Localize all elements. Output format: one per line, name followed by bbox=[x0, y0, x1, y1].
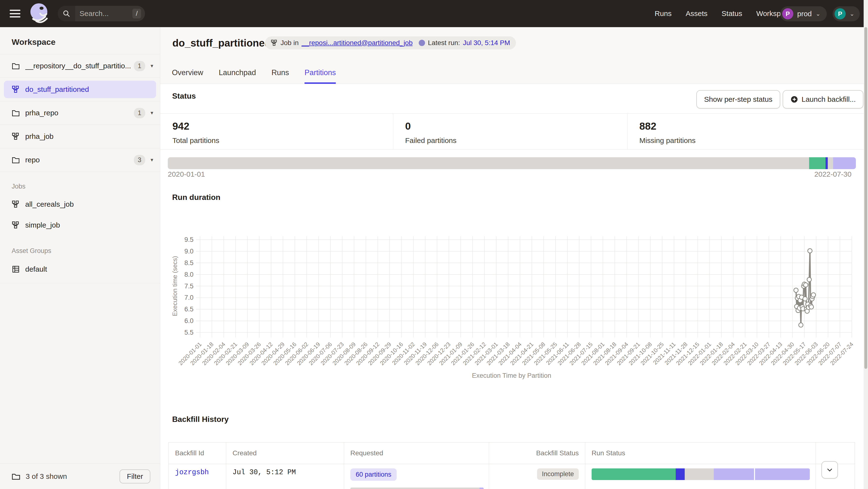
search-input[interactable]: Search... / bbox=[58, 6, 145, 21]
tab-runs[interactable]: Runs bbox=[272, 63, 289, 84]
column-header-requested[interactable]: Requested bbox=[344, 443, 489, 464]
hamburger-menu-icon[interactable] bbox=[10, 10, 20, 18]
scrollbar-thumb[interactable] bbox=[864, 27, 867, 369]
segment-success_green bbox=[592, 468, 676, 480]
sidebar-item-label: repo bbox=[25, 156, 134, 164]
sidebar-job-simple_job[interactable]: simple_job bbox=[0, 215, 160, 235]
sidebar-asset-group-default[interactable]: default bbox=[0, 259, 160, 280]
latest-run-link[interactable]: Jul 30, 5:14 PM bbox=[463, 39, 510, 47]
expand-row-button[interactable] bbox=[822, 461, 838, 479]
run-status-bar[interactable] bbox=[592, 468, 810, 480]
chart-tick-label: 8.0 bbox=[184, 271, 193, 278]
tab-overview[interactable]: Overview bbox=[172, 63, 203, 84]
asset-groups-section-label: Asset Groups bbox=[12, 247, 52, 255]
tab-launchpad[interactable]: Launchpad bbox=[219, 63, 256, 84]
sidebar-item-selected: do_stuff_partitioned bbox=[4, 81, 156, 98]
segment-run_indigo bbox=[676, 468, 685, 480]
plus-circle-icon bbox=[790, 95, 798, 103]
latest-run-tag: Latest run: Jul 30, 5:14 PM bbox=[413, 36, 516, 50]
backfill-row-requested-cell: 60 partitions2020-01-012022-07-30 bbox=[344, 464, 489, 489]
job-tabs: OverviewLaunchpadRunsPartitions bbox=[172, 63, 336, 84]
caret-down-icon[interactable]: ▾ bbox=[151, 110, 153, 116]
run-status-dot-icon bbox=[419, 40, 425, 46]
chart-tick-label: 7.0 bbox=[184, 294, 193, 301]
chart-data-point[interactable] bbox=[799, 323, 803, 327]
divider bbox=[393, 113, 393, 149]
chevron-down-icon: ⌄ bbox=[849, 10, 855, 17]
folder-icon bbox=[12, 156, 20, 164]
segment-queued bbox=[833, 157, 856, 169]
launch-backfill-button[interactable]: Launch backfill... bbox=[783, 90, 863, 108]
stat-value: 942 bbox=[173, 121, 393, 132]
deployment-switcher[interactable]: P prod ⌄ bbox=[780, 6, 827, 21]
chart-data-point[interactable] bbox=[804, 283, 808, 287]
sidebar-footer: 3 of 3 shown Filter bbox=[0, 463, 160, 489]
backfill-row-id-cell: jozrgsbh bbox=[169, 464, 226, 489]
nav-link-runs[interactable]: Runs bbox=[655, 9, 672, 18]
chart-data-point[interactable] bbox=[807, 278, 811, 282]
user-menu[interactable]: P ⌄ bbox=[833, 6, 860, 21]
column-header-run-status[interactable]: Run Status bbox=[585, 443, 816, 464]
dagster-logo-icon[interactable] bbox=[29, 2, 51, 25]
deployment-label: prod bbox=[797, 10, 812, 18]
chart-data-point[interactable] bbox=[809, 305, 813, 309]
chart-data-point[interactable] bbox=[794, 288, 798, 292]
caret-down-icon[interactable]: ▾ bbox=[151, 63, 153, 69]
chart-data-point[interactable] bbox=[803, 297, 807, 301]
chart-data-point[interactable] bbox=[811, 293, 816, 297]
show-per-step-status-button[interactable]: Show per-step status bbox=[696, 90, 780, 108]
stat-label: Failed partitions bbox=[405, 136, 627, 145]
sidebar-job-all_cereals_job[interactable]: all_cereals_job bbox=[0, 194, 160, 215]
sidebar-asset-group-label: default bbox=[25, 265, 47, 273]
column-header-created[interactable]: Created bbox=[226, 443, 344, 464]
sidebar-item--repository-do-stuff-partitio-[interactable]: __repository__do_stuff_partitio...1▾ bbox=[0, 54, 160, 77]
backfill-row-run-status-cell bbox=[585, 464, 816, 489]
user-avatar: P bbox=[835, 8, 846, 20]
column-header-backfill-status[interactable]: Backfill Status bbox=[489, 443, 585, 464]
repo-count-badge: 3 bbox=[134, 155, 145, 165]
repo-count-badge: 1 bbox=[134, 108, 145, 118]
nav-links: RunsAssetsStatusWorkspace bbox=[655, 0, 793, 27]
caret-down-icon[interactable]: ▾ bbox=[151, 157, 153, 163]
divider bbox=[0, 283, 160, 283]
filter-button[interactable]: Filter bbox=[120, 469, 150, 483]
column-header-actions bbox=[816, 443, 855, 464]
top-nav: Search... / RunsAssetsStatusWorkspace P … bbox=[0, 0, 868, 27]
job-origin-link[interactable]: __reposi...artitioned@partitioned_job bbox=[302, 39, 413, 47]
sidebar-item-prha-job[interactable]: prha_job bbox=[0, 125, 160, 148]
deployment-avatar: P bbox=[782, 8, 793, 20]
sidebar-item-repo[interactable]: repo3▾ bbox=[0, 148, 160, 171]
sidebar-item-label: __repository__do_stuff_partitio... bbox=[25, 62, 134, 70]
chart-data-point[interactable] bbox=[808, 249, 812, 253]
chart-caption: Execution Time by Partition bbox=[160, 372, 863, 380]
chart-tick-label: 7.5 bbox=[184, 283, 193, 290]
run-duration-title: Run duration bbox=[172, 193, 220, 202]
requested-partitions-tag[interactable]: 60 partitions bbox=[350, 468, 397, 481]
partition-status-bar[interactable] bbox=[168, 157, 856, 169]
sidebar-item-prha-repo[interactable]: prha_repo1▾ bbox=[0, 101, 160, 125]
chart-tick-label: 9.0 bbox=[184, 248, 193, 255]
nav-link-assets[interactable]: Assets bbox=[686, 9, 708, 18]
page-title: do_stuff_partitioned bbox=[173, 37, 271, 49]
stat-label: Missing partitions bbox=[639, 136, 864, 145]
status-section-title: Status bbox=[172, 92, 196, 101]
segment-neutral_gray bbox=[685, 468, 714, 480]
tab-partitions[interactable]: Partitions bbox=[305, 63, 336, 84]
chart-tick-label: 6.0 bbox=[184, 317, 193, 324]
column-header-backfill-id[interactable]: Backfill Id bbox=[169, 443, 226, 464]
workspace-sidebar: Workspace __repository__do_stuff_partiti… bbox=[0, 27, 160, 489]
sidebar-item-do_stuff_partitioned[interactable]: do_stuff_partitioned bbox=[0, 78, 160, 101]
backfill-row-status-cell: Incomplete bbox=[489, 464, 585, 489]
chart-tick-label: 8.5 bbox=[184, 259, 193, 266]
divider bbox=[0, 171, 160, 172]
sidebar-item-label: do_stuff_partitioned bbox=[25, 85, 156, 94]
per-step-label: Show per-step status bbox=[704, 95, 772, 103]
chevron-down-icon: ⌄ bbox=[816, 10, 820, 17]
stat-value: 882 bbox=[639, 121, 864, 132]
run-duration-chart: 2020-01-012020-01-182020-02-042020-02-21… bbox=[160, 225, 863, 385]
backfill-id-link[interactable]: jozrgsbh bbox=[175, 468, 209, 477]
chart-tick-label: 6.5 bbox=[184, 305, 193, 313]
sidebar-job-label: all_cereals_job bbox=[25, 200, 74, 208]
segment-queued_lavender bbox=[755, 468, 810, 480]
nav-link-status[interactable]: Status bbox=[721, 9, 742, 18]
